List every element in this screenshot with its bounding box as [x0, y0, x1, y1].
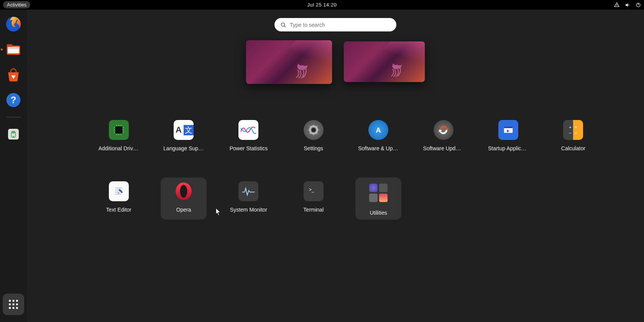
opera-icon	[174, 182, 193, 201]
app-text-editor[interactable]: Text Editor	[96, 177, 142, 220]
svg-text:−: −	[569, 130, 572, 135]
app-grid: Additional Drivers A 文 Language Support …	[86, 116, 606, 220]
app-label: Startup Applications	[488, 145, 529, 151]
workspace-2[interactable]	[344, 41, 425, 82]
app-settings[interactable]: Settings	[291, 116, 337, 155]
app-label: Additional Drivers	[99, 145, 139, 151]
firefox-icon	[5, 15, 22, 33]
app-language-support[interactable]: A 文 Language Support	[161, 116, 207, 155]
app-label: Language Support	[163, 145, 204, 151]
dock-trash[interactable]	[4, 125, 23, 143]
svg-rect-11	[16, 300, 18, 302]
system-monitor-icon	[242, 186, 255, 197]
text-editor-icon	[112, 185, 125, 198]
svg-rect-9	[9, 300, 11, 302]
dock: ?	[0, 10, 27, 322]
svg-rect-5	[8, 47, 19, 49]
dock-separator	[6, 117, 21, 117]
search-icon	[281, 22, 286, 28]
latin-a-icon: A	[174, 125, 184, 135]
app-label: Calculator	[561, 145, 585, 151]
top-bar: Activities Jul 25 14:20	[0, 0, 644, 10]
utilities-folder-icon	[367, 181, 390, 204]
help-icon: ?	[5, 92, 22, 108]
app-label: Utilities	[370, 210, 387, 216]
svg-rect-31	[120, 134, 121, 135]
software-updater-icon	[437, 124, 450, 136]
svg-rect-20	[114, 127, 115, 128]
app-power-statistics[interactable]: Power Statistics	[225, 116, 271, 155]
app-system-monitor[interactable]: System Monitor	[225, 177, 271, 220]
svg-rect-3	[7, 44, 13, 47]
workspace-switcher	[246, 40, 425, 84]
terminal-icon: >_	[307, 186, 320, 197]
calculator-icon: +−=÷	[567, 123, 580, 136]
app-software-and-updates[interactable]: A Software & Updates	[355, 116, 401, 155]
volume-icon	[625, 2, 630, 8]
app-calculator[interactable]: +−=÷ Calculator	[550, 116, 596, 155]
workspace-1[interactable]	[246, 40, 332, 84]
svg-rect-8	[8, 129, 19, 140]
app-opera[interactable]: Opera	[161, 177, 207, 220]
app-utilities-folder[interactable]: Utilities	[355, 177, 401, 220]
startup-apps-icon	[503, 124, 514, 136]
svg-rect-14	[16, 304, 18, 306]
app-additional-drivers[interactable]: Additional Drivers	[96, 116, 142, 155]
svg-text:A: A	[376, 126, 381, 134]
app-label: Terminal	[303, 207, 324, 213]
svg-rect-30	[118, 134, 119, 135]
svg-rect-28	[120, 125, 121, 126]
svg-rect-26	[116, 125, 117, 126]
clock[interactable]: Jul 25 14:20	[307, 2, 337, 8]
svg-text:=: =	[575, 125, 577, 130]
dock-show-apps[interactable]	[3, 294, 24, 315]
show-apps-icon	[8, 299, 19, 310]
svg-rect-22	[114, 132, 115, 133]
app-terminal[interactable]: >_ Terminal	[291, 177, 337, 220]
app-startup-applications[interactable]: Startup Applications	[485, 116, 531, 155]
dock-software-store[interactable]	[4, 66, 23, 84]
network-icon	[614, 2, 619, 8]
app-label: Settings	[304, 145, 324, 151]
svg-rect-36	[504, 127, 513, 128]
additional-drivers-icon	[113, 124, 125, 136]
search-input[interactable]	[290, 22, 390, 28]
app-label: Software & Updates	[358, 145, 399, 151]
svg-text:÷: ÷	[575, 130, 578, 135]
software-store-icon	[5, 66, 22, 83]
svg-point-42	[180, 185, 187, 197]
dock-firefox[interactable]	[4, 15, 23, 33]
files-icon	[5, 41, 22, 58]
system-status-area[interactable]	[614, 2, 641, 8]
power-statistics-icon	[241, 124, 256, 136]
svg-point-32	[312, 128, 316, 132]
svg-rect-27	[118, 125, 119, 126]
app-label: Opera	[176, 207, 191, 213]
svg-rect-12	[9, 304, 11, 306]
app-label: Text Editor	[106, 207, 131, 213]
svg-rect-21	[114, 130, 115, 130]
app-software-updater[interactable]: Software Updater	[421, 116, 467, 155]
wallpaper-jellyfish-icon	[383, 59, 414, 77]
svg-rect-24	[123, 130, 124, 130]
svg-rect-15	[9, 307, 11, 309]
wallpaper-jellyfish-icon	[288, 59, 320, 79]
app-label: System Monitor	[230, 207, 267, 213]
svg-text:>_: >_	[309, 187, 314, 192]
trash-icon	[5, 126, 21, 142]
search-bar[interactable]	[274, 18, 396, 31]
svg-rect-10	[13, 300, 15, 302]
svg-rect-17	[16, 307, 18, 309]
activities-button[interactable]: Activities	[3, 1, 30, 8]
svg-rect-13	[13, 304, 15, 306]
dock-files[interactable]	[4, 40, 23, 59]
dock-help[interactable]: ?	[4, 91, 23, 109]
svg-rect-25	[123, 132, 124, 133]
software-updates-icon: A	[373, 124, 384, 136]
svg-text:+: +	[569, 125, 572, 130]
activities-overview: Additional Drivers A 文 Language Support …	[27, 10, 644, 322]
power-icon	[636, 2, 641, 8]
cjk-glyph-icon: 文	[184, 125, 194, 135]
svg-text:?: ?	[11, 95, 16, 105]
app-label: Software Updater	[423, 145, 464, 151]
